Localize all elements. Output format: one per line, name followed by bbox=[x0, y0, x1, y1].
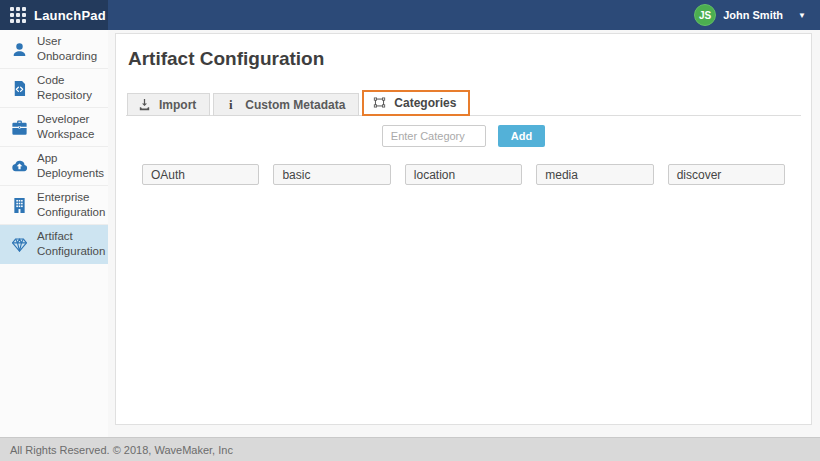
sidebar-item-label: User Onboarding bbox=[37, 34, 102, 64]
sidebar-item-label: App Deployments bbox=[37, 151, 104, 181]
sidebar-item-label: Enterprise Configuration bbox=[37, 190, 105, 220]
user-name: John Smith bbox=[723, 9, 783, 21]
sidebar-item-label: Artifact Configuration bbox=[37, 229, 105, 259]
tab-bar: Import i Custom Metadata Categories bbox=[126, 90, 801, 116]
tab-import[interactable]: Import bbox=[127, 93, 210, 116]
chevron-down-icon: ▼ bbox=[798, 11, 806, 20]
app-brand[interactable]: LaunchPad bbox=[0, 0, 108, 30]
tab-label: Categories bbox=[394, 96, 456, 110]
app-title: LaunchPad bbox=[34, 8, 106, 23]
tab-categories[interactable]: Categories bbox=[362, 90, 470, 116]
category-chip[interactable]: location bbox=[405, 164, 522, 185]
app-body: User Onboarding Code Repository Develope… bbox=[0, 30, 820, 437]
tab-label: Custom Metadata bbox=[245, 98, 345, 112]
briefcase-icon bbox=[9, 117, 29, 137]
sidebar-item-enterprise-configuration[interactable]: Enterprise Configuration bbox=[0, 186, 108, 225]
page-title: Artifact Configuration bbox=[128, 48, 801, 70]
user-icon bbox=[9, 39, 29, 59]
main-area: Artifact Configuration Import i Custom M… bbox=[108, 30, 820, 437]
code-file-icon bbox=[9, 78, 29, 98]
sidebar-item-developer-workspace[interactable]: Developer Workspace bbox=[0, 108, 108, 147]
download-icon bbox=[137, 97, 152, 112]
sidebar-item-artifact-configuration[interactable]: Artifact Configuration bbox=[0, 225, 108, 264]
category-list: OAuth basic location media discover bbox=[142, 164, 785, 185]
top-header: LaunchPad JS John Smith ▼ bbox=[0, 0, 820, 30]
category-chip[interactable]: media bbox=[536, 164, 653, 185]
category-chip[interactable]: OAuth bbox=[142, 164, 259, 185]
sidebar-item-label: Code Repository bbox=[37, 73, 102, 103]
avatar: JS bbox=[694, 4, 716, 26]
info-icon: i bbox=[223, 97, 238, 112]
cloud-upload-icon bbox=[9, 156, 29, 176]
footer: All Rights Reserved. © 2018, WaveMaker, … bbox=[0, 437, 820, 461]
artifact-configuration-panel: Artifact Configuration Import i Custom M… bbox=[115, 33, 812, 425]
building-icon bbox=[9, 195, 29, 215]
user-menu[interactable]: JS John Smith ▼ bbox=[694, 0, 820, 30]
tab-label: Import bbox=[159, 98, 196, 112]
apps-grid-icon[interactable] bbox=[10, 7, 26, 23]
category-chip[interactable]: basic bbox=[273, 164, 390, 185]
sidebar-item-user-onboarding[interactable]: User Onboarding bbox=[0, 30, 108, 69]
category-chip[interactable]: discover bbox=[668, 164, 785, 185]
sidebar-item-label: Developer Workspace bbox=[37, 112, 102, 142]
diamond-icon bbox=[9, 234, 29, 254]
add-button[interactable]: Add bbox=[498, 125, 545, 147]
add-category-row: Add bbox=[126, 125, 801, 147]
tab-custom-metadata[interactable]: i Custom Metadata bbox=[213, 93, 359, 116]
categories-icon bbox=[372, 95, 387, 110]
sidebar: User Onboarding Code Repository Develope… bbox=[0, 30, 108, 437]
sidebar-item-app-deployments[interactable]: App Deployments bbox=[0, 147, 108, 186]
copyright-text: All Rights Reserved. © 2018, WaveMaker, … bbox=[10, 444, 233, 456]
category-input[interactable] bbox=[382, 125, 486, 147]
sidebar-item-code-repository[interactable]: Code Repository bbox=[0, 69, 108, 108]
